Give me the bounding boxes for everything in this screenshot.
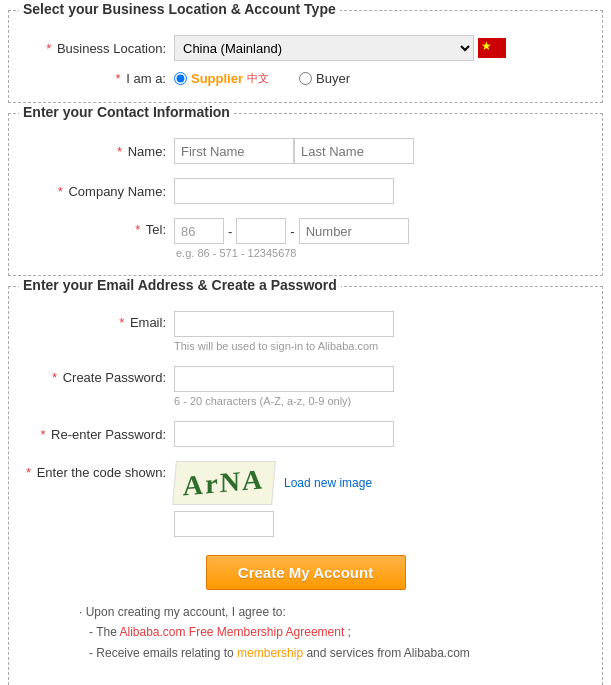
password-wrap: 6 - 20 characters (A-Z, a-z, 0-9 only) bbox=[174, 366, 394, 407]
email-password-section: Enter your Email Address & Create a Pass… bbox=[8, 286, 603, 685]
business-location-label: * Business Location: bbox=[19, 41, 174, 56]
company-name-input[interactable] bbox=[174, 178, 394, 204]
create-password-input[interactable] bbox=[174, 366, 394, 392]
section1-title: Select your Business Location & Account … bbox=[19, 1, 340, 17]
tel-label: * Tel: bbox=[19, 218, 174, 237]
tel-row: * Tel: - - e.g. 86 - 571 - 12345678 bbox=[19, 218, 592, 259]
tel-inputs: - - bbox=[174, 218, 409, 244]
load-new-image-link[interactable]: Load new image bbox=[284, 476, 372, 490]
first-name-input[interactable] bbox=[174, 138, 294, 164]
create-password-row: * Create Password: 6 - 20 characters (A-… bbox=[19, 366, 592, 407]
tel-number-input[interactable] bbox=[299, 218, 409, 244]
captcha-input-wrap bbox=[174, 511, 372, 537]
email-input[interactable] bbox=[174, 311, 394, 337]
buyer-option[interactable]: Buyer bbox=[299, 71, 350, 86]
agreement-text: Upon creating my account, I agree to: Th… bbox=[79, 602, 532, 663]
captcha-text: ArNA bbox=[183, 464, 264, 503]
buyer-radio[interactable] bbox=[299, 72, 312, 85]
supplier-radio[interactable] bbox=[174, 72, 187, 85]
supplier-cn-label: 中文 bbox=[247, 71, 269, 86]
captcha-image-row: ArNA Load new image bbox=[174, 461, 372, 505]
section2-title: Enter your Contact Information bbox=[19, 104, 234, 120]
supplier-option[interactable]: Supplier 中文 bbox=[174, 71, 269, 86]
reenter-password-input[interactable] bbox=[174, 421, 394, 447]
location-select-wrap: China (Mainland) United States United Ki… bbox=[174, 35, 506, 61]
captcha-input[interactable] bbox=[174, 511, 274, 537]
membership-word: membership bbox=[237, 646, 303, 660]
tel-hint: e.g. 86 - 571 - 12345678 bbox=[176, 247, 409, 259]
captcha-wrap: ArNA Load new image bbox=[174, 461, 372, 537]
email-hint: This will be used to sign-in to Alibaba.… bbox=[174, 340, 394, 352]
name-label: * Name: bbox=[19, 144, 174, 159]
name-row: * Name: bbox=[19, 138, 592, 164]
membership-agreement-link[interactable]: Alibaba.com Free Membership Agreement bbox=[119, 625, 344, 639]
tel-area-code-input[interactable] bbox=[236, 218, 286, 244]
china-flag-icon bbox=[478, 38, 506, 58]
agreement-line1: Upon creating my account, I agree to: bbox=[79, 602, 532, 622]
buyer-label: Buyer bbox=[316, 71, 350, 86]
reenter-password-row: * Re-enter Password: bbox=[19, 421, 592, 447]
captcha-label: * Enter the code shown: bbox=[19, 461, 174, 480]
company-name-label: * Company Name: bbox=[19, 184, 174, 199]
supplier-label: Supplier bbox=[191, 71, 243, 86]
business-location-select[interactable]: China (Mainland) United States United Ki… bbox=[174, 35, 474, 61]
password-hint: 6 - 20 characters (A-Z, a-z, 0-9 only) bbox=[174, 395, 394, 407]
required-star: * bbox=[46, 41, 51, 56]
create-account-button[interactable]: Create My Account bbox=[206, 555, 406, 590]
name-inputs bbox=[174, 138, 414, 164]
email-label: * Email: bbox=[19, 311, 174, 330]
contact-info-section: Enter your Contact Information * Name: *… bbox=[8, 113, 603, 276]
tel-separator2: - bbox=[290, 224, 294, 239]
captcha-row: * Enter the code shown: ArNA Load new im… bbox=[19, 461, 592, 537]
agreement-line3: Receive emails relating to membership an… bbox=[79, 643, 532, 663]
agreement-line2: The Alibaba.com Free Membership Agreemen… bbox=[79, 622, 532, 642]
section3-title: Enter your Email Address & Create a Pass… bbox=[19, 277, 341, 293]
email-row: * Email: This will be used to sign-in to… bbox=[19, 311, 592, 352]
tel-separator1: - bbox=[228, 224, 232, 239]
business-location-section: Select your Business Location & Account … bbox=[8, 10, 603, 103]
email-wrap: This will be used to sign-in to Alibaba.… bbox=[174, 311, 394, 352]
iam-label: * I am a: bbox=[64, 71, 174, 86]
reenter-password-label: * Re-enter Password: bbox=[19, 427, 174, 442]
business-location-row: * Business Location: China (Mainland) Un… bbox=[19, 35, 592, 61]
account-type-options: Supplier 中文 Buyer bbox=[174, 71, 350, 86]
tel-country-code-input[interactable] bbox=[174, 218, 224, 244]
tel-wrap: - - e.g. 86 - 571 - 12345678 bbox=[174, 218, 409, 259]
account-type-row: * I am a: Supplier 中文 Buyer bbox=[64, 71, 592, 86]
captcha-image: ArNA bbox=[172, 461, 276, 505]
create-password-label: * Create Password: bbox=[19, 366, 174, 385]
company-name-row: * Company Name: bbox=[19, 178, 592, 204]
last-name-input[interactable] bbox=[294, 138, 414, 164]
